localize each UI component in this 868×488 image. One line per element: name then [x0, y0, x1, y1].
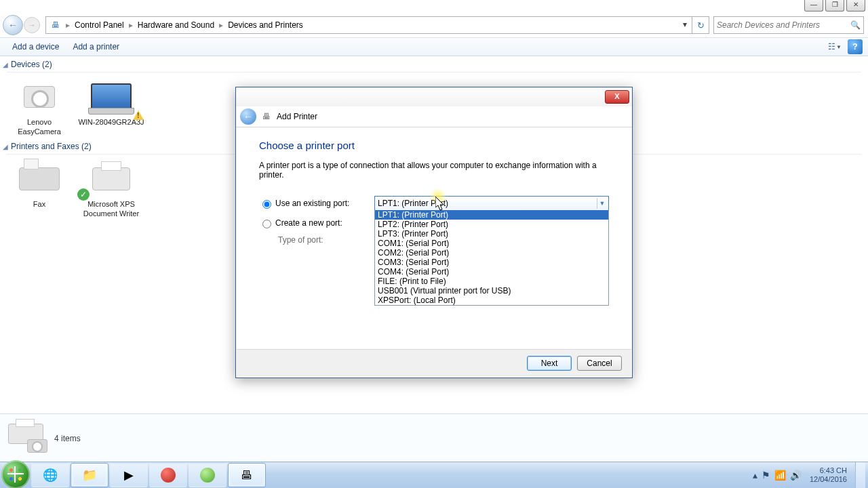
- cmd-add-device[interactable]: Add a device: [5, 42, 66, 52]
- start-button[interactable]: [1, 460, 30, 488]
- dialog-close-button[interactable]: X: [605, 90, 629, 104]
- chevron-right-icon[interactable]: ▸: [64, 20, 72, 30]
- combo-display[interactable]: LPT1: (Printer Port) ▼: [374, 196, 609, 211]
- radio-create-port-input[interactable]: [262, 220, 271, 228]
- dialog-description: A printer port is a type of connection t…: [259, 161, 609, 180]
- taskbar-explorer[interactable]: 📁: [71, 463, 108, 487]
- dialog-back-button[interactable]: ←: [240, 108, 256, 125]
- details-count: 4 items: [54, 434, 81, 443]
- minimize-button[interactable]: —: [804, 0, 823, 12]
- laptop-icon: [91, 83, 132, 110]
- device-item-camera[interactable]: Lenovo EasyCamera: [5, 77, 73, 136]
- taskbar-ie[interactable]: 🌐: [31, 463, 69, 487]
- tray-flag-icon[interactable]: ⚑: [762, 470, 770, 481]
- search-input[interactable]: [714, 20, 863, 30]
- details-pane: 4 items: [0, 413, 868, 462]
- combo-option[interactable]: COM1: (Serial Port): [375, 239, 608, 248]
- cancel-button[interactable]: Cancel: [577, 356, 622, 371]
- warning-badge-icon: [133, 105, 144, 120]
- radio-create-port[interactable]: Create a new port:: [259, 218, 374, 228]
- taskbar-control-panel[interactable]: 🖶: [228, 463, 266, 487]
- taskbar-app-green[interactable]: [189, 463, 226, 487]
- refresh-button[interactable]: ↻: [692, 16, 709, 34]
- radio-existing-port-input[interactable]: [262, 200, 271, 209]
- chevron-right-icon[interactable]: ▸: [217, 20, 225, 30]
- address-bar[interactable]: 🖶 ▸ Control Panel▸ Hardware and Sound▸ D…: [45, 16, 692, 34]
- combo-option[interactable]: COM2: (Serial Port): [375, 248, 608, 258]
- close-button[interactable]: ✕: [846, 0, 865, 12]
- dialog-titlebar[interactable]: X: [236, 87, 632, 106]
- printer-item-fax[interactable]: Fax: [5, 159, 73, 218]
- address-dropdown-icon[interactable]: ▾: [679, 18, 690, 30]
- printer-label: Microsoft XPS Document Writer: [77, 199, 145, 218]
- tray-volume-icon[interactable]: 🔊: [790, 470, 802, 481]
- tray-network-icon[interactable]: 📶: [774, 470, 786, 481]
- webcam-icon: [24, 86, 55, 108]
- section-printers-header: Printers and Faxes (2): [11, 142, 92, 151]
- printer-icon: [92, 167, 130, 190]
- search-icon: 🔍: [850, 20, 861, 30]
- cmd-add-printer[interactable]: Add a printer: [66, 42, 126, 52]
- chevron-down-icon[interactable]: ▼: [597, 198, 607, 209]
- radio-create-label: Create a new port:: [275, 218, 342, 228]
- tray-clock[interactable]: 6:43 CH 12/04/2016: [810, 466, 847, 484]
- radio-existing-port[interactable]: Use an existing port:: [259, 198, 374, 209]
- details-icon: [7, 420, 47, 457]
- next-button[interactable]: Next: [527, 356, 572, 371]
- crumb-devices-printers[interactable]: Devices and Printers: [225, 20, 306, 30]
- combo-list: LPT1: (Printer Port) LPT2: (Printer Port…: [374, 210, 609, 306]
- taskbar-app-red[interactable]: [149, 463, 187, 487]
- default-check-icon: ✓: [77, 188, 90, 201]
- nav-forward-button: →: [24, 17, 40, 33]
- printer-icon: 🖶: [260, 110, 273, 123]
- maximize-button[interactable]: ❐: [825, 0, 844, 12]
- existing-port-combo[interactable]: LPT1: (Printer Port) ▼ LPT1: (Printer Po…: [374, 196, 609, 211]
- printer-item-xps[interactable]: ✓ Microsoft XPS Document Writer: [77, 159, 145, 218]
- combo-option[interactable]: FILE: (Print to File): [375, 277, 608, 286]
- collapse-icon[interactable]: ◢: [3, 61, 8, 68]
- collapse-icon[interactable]: ◢: [3, 143, 8, 150]
- help-button[interactable]: ?: [848, 39, 863, 54]
- location-icon: 🖶: [50, 19, 62, 31]
- tray-time: 6:43 CH: [810, 466, 847, 475]
- radio-existing-label: Use an existing port:: [275, 199, 349, 208]
- combo-option[interactable]: USB001 (Virtual printer port for USB): [375, 286, 608, 296]
- device-item-pc[interactable]: WIN-28049GR2A3J: [77, 77, 145, 136]
- crumb-control-panel[interactable]: Control Panel: [72, 20, 127, 30]
- combo-option[interactable]: LPT1: (Printer Port): [375, 210, 608, 220]
- section-devices-header: Devices (2): [11, 60, 52, 69]
- printer-label: Fax: [5, 199, 73, 209]
- tray-date: 12/04/2016: [810, 475, 847, 484]
- crumb-hardware-sound[interactable]: Hardware and Sound: [135, 20, 217, 30]
- chevron-right-icon[interactable]: ▸: [127, 20, 135, 30]
- dialog-heading: Choose a printer port: [259, 140, 609, 151]
- combo-option[interactable]: COM4: (Serial Port): [375, 267, 608, 277]
- type-of-port-label: Type of port:: [278, 235, 323, 245]
- combo-option[interactable]: XPSPort: (Local Port): [375, 296, 608, 305]
- search-box[interactable]: 🔍: [713, 16, 864, 34]
- view-options-button[interactable]: ☷▼: [827, 39, 842, 54]
- nav-back-button[interactable]: ←: [3, 15, 23, 35]
- combo-option[interactable]: LPT3: (Printer Port): [375, 229, 608, 239]
- show-desktop-button[interactable]: [855, 462, 865, 488]
- device-label: Lenovo EasyCamera: [5, 117, 73, 136]
- combo-option[interactable]: LPT2: (Printer Port): [375, 220, 608, 229]
- dialog-title: Add Printer: [277, 112, 317, 121]
- taskbar-media[interactable]: ▶: [110, 463, 148, 487]
- combo-option[interactable]: COM3: (Serial Port): [375, 258, 608, 267]
- add-printer-dialog: X ← 🖶 Add Printer Choose a printer port …: [235, 87, 633, 378]
- fax-icon: [19, 167, 60, 190]
- tray-chevron-icon[interactable]: ▴: [753, 470, 757, 481]
